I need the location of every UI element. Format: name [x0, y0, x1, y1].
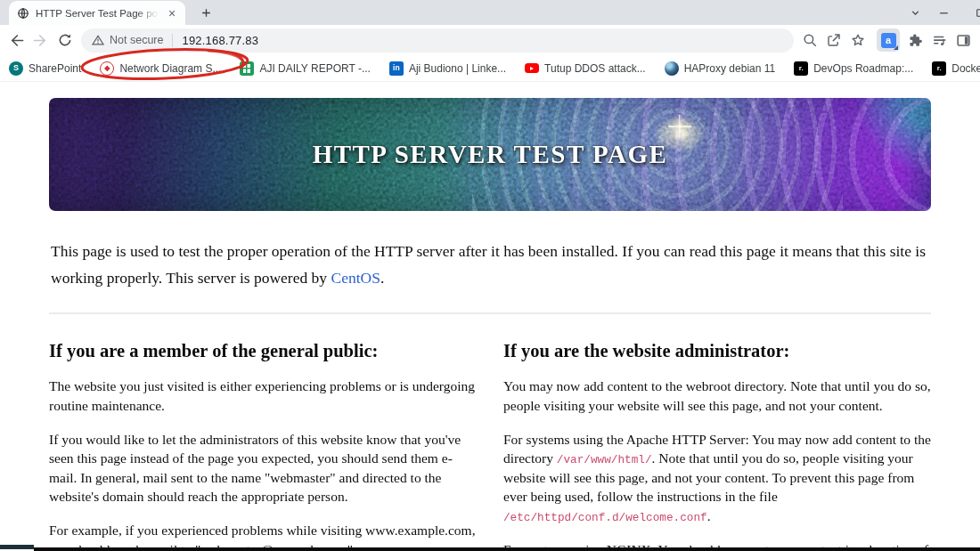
bookmark-item-aji-daily-report[interactable]: AJI DAILY REPORT -...	[240, 61, 370, 76]
omnibox-divider	[172, 34, 173, 47]
translate-icon[interactable]: a	[877, 28, 900, 52]
tab-strip: HTTP Server Test Page powered ×	[0, 0, 980, 25]
tab-close-icon[interactable]: ×	[165, 7, 179, 20]
banner-image: HTTP SERVER TEST PAGE	[49, 98, 931, 211]
general-public-heading: If you are a member of the general publi…	[49, 341, 477, 361]
side-panel-icon[interactable]	[951, 28, 976, 53]
globe-icon	[17, 7, 29, 20]
general-public-column: If you are a member of the general publi…	[49, 328, 477, 551]
media-controls-icon[interactable]	[927, 28, 951, 53]
not-secure-warning-icon[interactable]	[92, 34, 104, 46]
bookmark-star-icon[interactable]	[845, 28, 870, 53]
bookmark-item-sharepoint[interactable]: S SharePoint	[9, 61, 81, 76]
browser-toolbar: Not secure 192.168.77.83 a	[0, 25, 980, 55]
new-tab-button[interactable]	[196, 3, 216, 22]
reload-button[interactable]	[53, 28, 77, 53]
haproxy-icon	[665, 61, 679, 76]
security-label[interactable]: Not secure	[110, 34, 163, 46]
address-bar[interactable]: Not secure 192.168.77.83	[81, 28, 794, 53]
bottom-edge-bar	[34, 547, 980, 551]
window-maximize-button[interactable]	[970, 3, 980, 22]
bookmark-item-network-diagram[interactable]: ◆ Network Diagram S...	[100, 61, 221, 76]
tab-search-chevron-icon[interactable]	[905, 3, 925, 22]
url-text[interactable]: 192.168.77.83	[182, 34, 258, 47]
sharepoint-icon: S	[9, 61, 23, 76]
paragraph: If you would like to let the administrat…	[49, 430, 477, 506]
bookmark-item-youtube[interactable]: Tutup DDOS attack...	[525, 61, 646, 76]
bookmark-item-linkedin[interactable]: in Aji Budiono | Linke...	[389, 61, 506, 76]
linkedin-icon: in	[389, 61, 404, 76]
roadmap-icon: r.	[794, 61, 808, 76]
youtube-icon	[525, 61, 539, 76]
bottom-edge-bar-left	[0, 545, 34, 549]
tab-title: HTTP Server Test Page powered	[36, 8, 159, 19]
page-content: HTTP SERVER TEST PAGE This page is used …	[0, 82, 980, 551]
paragraph: For example, if you experienced problems…	[49, 521, 477, 551]
centos-link[interactable]: CentOS	[331, 269, 380, 287]
bookmarks-bar: S SharePoint ◆ Network Diagram S... AJI …	[0, 55, 980, 82]
browser-tab[interactable]: HTTP Server Test Page powered ×	[9, 1, 185, 25]
share-icon[interactable]	[821, 28, 845, 53]
banner-title: HTTP SERVER TEST PAGE	[49, 98, 931, 211]
bookmark-item-devops-roadmap[interactable]: r. DevOps Roadmap:...	[794, 61, 913, 76]
roadmap-icon: r.	[932, 61, 946, 76]
administrator-column: If you are the website administrator: Yo…	[503, 328, 931, 551]
divider-rule	[49, 312, 931, 314]
paragraph: The website you just visited is either e…	[49, 377, 477, 415]
bookmark-item-docker-roadmap[interactable]: r. Docker Roadmap -...	[932, 61, 980, 76]
spreadsheet-icon	[240, 61, 254, 76]
search-icon[interactable]	[797, 28, 821, 53]
extensions-puzzle-icon[interactable]	[903, 28, 927, 53]
forward-button[interactable]	[29, 28, 53, 53]
bookmark-item-haproxy[interactable]: HAProxy debian 11	[665, 61, 776, 76]
back-button[interactable]	[4, 28, 29, 53]
window-minimize-button[interactable]	[934, 3, 953, 22]
network-diagram-icon: ◆	[100, 61, 114, 76]
administrator-heading: If you are the website administrator:	[503, 341, 931, 361]
paragraph: You may now add content to the webroot d…	[503, 377, 931, 415]
intro-paragraph: This page is used to test the proper ope…	[51, 238, 929, 291]
paragraph: For systems using the Apache HTTP Server…	[503, 430, 931, 525]
